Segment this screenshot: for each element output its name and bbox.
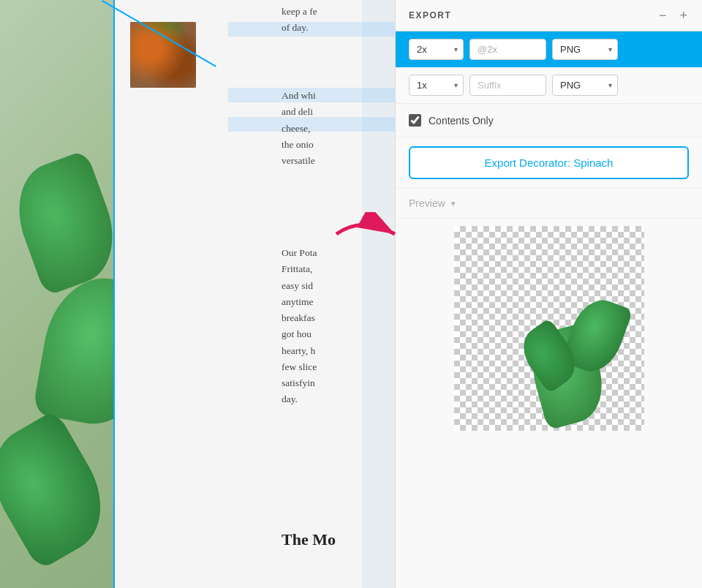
bg-text-top: keep a feof day. (282, 4, 366, 37)
suffix-input-1[interactable] (469, 39, 546, 60)
article-food-image (130, 22, 196, 88)
header-controls: − + (657, 9, 689, 22)
format-select-1[interactable]: PNG JPG PDF SVG WEBP TIFF (552, 39, 618, 60)
export-decorator-button[interactable]: Export Decorator: Spinach (409, 146, 689, 179)
bg-text-mid: And whiand delicheese,the onioversatile (282, 88, 362, 169)
preview-row[interactable]: Preview ▾ (396, 189, 702, 219)
scale-select-2[interactable]: 0.5x 1x 2x 3x 4x (409, 75, 464, 96)
export-row-2: 0.5x 1x 2x 3x 4x ▾ PNG JPG PDF SVG WEBP … (396, 67, 702, 104)
spinach-leaf-1 (4, 150, 129, 297)
format-select-2[interactable]: PNG JPG PDF SVG WEBP TIFF (552, 75, 618, 96)
scale-select-wrapper-1: 0.5x 1x 2x 3x 4x ▾ (409, 39, 464, 60)
preview-image-container (454, 226, 644, 431)
bg-text-the-mo: The Mo (282, 527, 336, 553)
contents-only-label: Contents Only (429, 115, 494, 127)
scale-select-wrapper-2: 0.5x 1x 2x 3x 4x ▾ (409, 75, 464, 96)
export-row-1: 0.5x 1x 2x 3x 4x ▾ PNG JPG PDF SVG WEBP … (396, 31, 702, 67)
export-header: EXPORT − + (396, 0, 702, 31)
preview-area (396, 226, 702, 431)
selection-line (113, 0, 115, 588)
suffix-input-2[interactable] (469, 75, 546, 96)
contents-only-row: Contents Only (396, 104, 702, 137)
preview-label: Preview (409, 197, 445, 209)
spinach-leaf-3 (0, 410, 121, 571)
contents-only-checkbox[interactable] (409, 114, 421, 127)
format-select-wrapper-2: PNG JPG PDF SVG WEBP TIFF ▾ (552, 75, 618, 96)
scale-select-1[interactable]: 0.5x 1x 2x 3x 4x (409, 39, 464, 60)
export-panel: EXPORT − + 0.5x 1x 2x 3x 4x ▾ PNG JPG PD… (395, 0, 702, 588)
format-select-wrapper-1: PNG JPG PDF SVG WEBP TIFF ▾ (552, 39, 618, 60)
export-button-row: Export Decorator: Spinach (396, 137, 702, 189)
export-panel-title: EXPORT (409, 10, 451, 20)
preview-chevron-icon: ▾ (451, 199, 456, 208)
preview-spinach (469, 241, 630, 431)
expand-button[interactable]: + (678, 9, 689, 22)
bg-text-body: Our PotaFrittata,easy sidanytimebreakfas… (282, 245, 362, 408)
minimize-button[interactable]: − (657, 9, 668, 22)
